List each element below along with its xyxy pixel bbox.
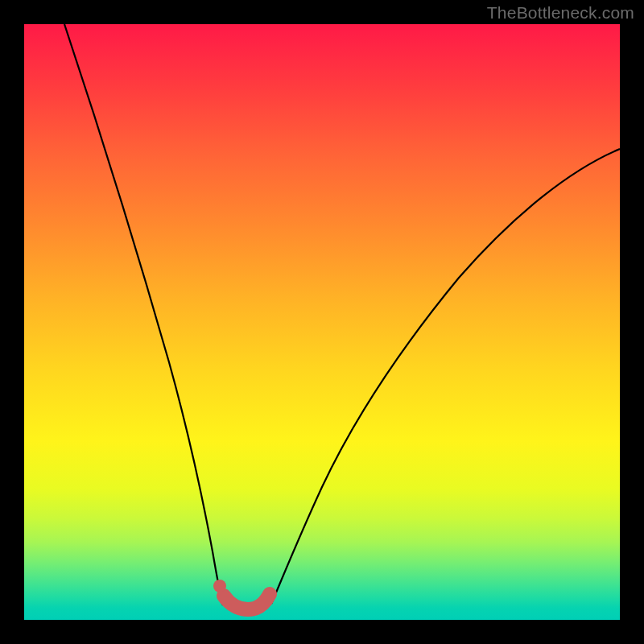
left-curve <box>64 24 223 605</box>
watermark-text: TheBottleneck.com <box>487 3 634 23</box>
pink-dot <box>213 580 226 592</box>
plot-area <box>24 24 620 620</box>
chart-frame: TheBottleneck.com <box>0 0 644 644</box>
pink-valley <box>224 594 270 609</box>
curve-layer <box>24 24 620 620</box>
right-curve <box>271 149 620 604</box>
